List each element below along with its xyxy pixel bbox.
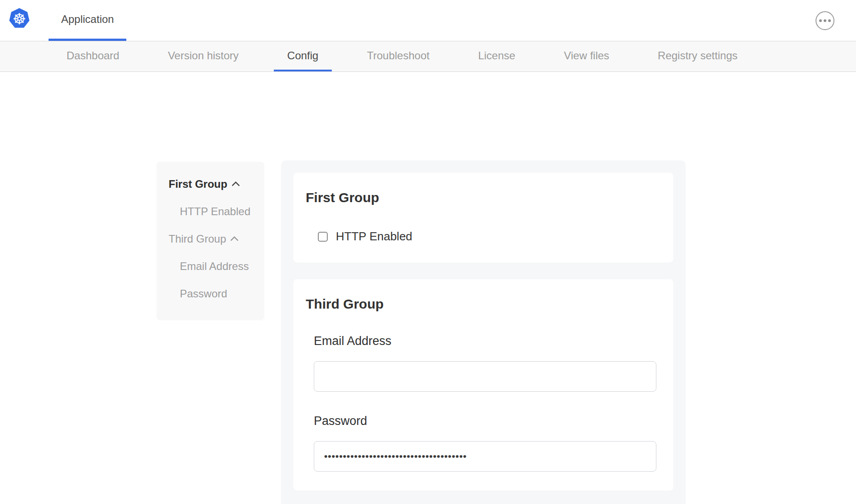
config-group-card-third: Third Group Email Address Password bbox=[293, 279, 673, 491]
config-sidebar: First Group HTTP Enabled Third Group Ema… bbox=[156, 162, 264, 320]
ellipsis-dot-icon bbox=[824, 19, 826, 22]
kubernetes-logo: ☸ bbox=[9, 8, 30, 29]
config-form-panel: First Group HTTP Enabled Third Group Ema… bbox=[281, 160, 686, 504]
tab-license[interactable]: License bbox=[464, 41, 529, 71]
helm-wheel-icon: ☸ bbox=[13, 11, 26, 27]
tab-version-history[interactable]: Version history bbox=[154, 41, 252, 71]
group-title-third: Third Group bbox=[306, 296, 655, 312]
sidebar-item-http-enabled[interactable]: HTTP Enabled bbox=[180, 205, 254, 218]
chevron-up-icon[interactable] bbox=[232, 181, 240, 189]
tab-config[interactable]: Config bbox=[274, 41, 332, 71]
tab-view-files[interactable]: View files bbox=[550, 41, 623, 71]
config-group-card-first: First Group HTTP Enabled bbox=[293, 172, 673, 263]
tab-application[interactable]: Application bbox=[49, 0, 126, 41]
http-enabled-label: HTTP Enabled bbox=[336, 230, 412, 243]
sidebar-group-label: First Group bbox=[169, 178, 227, 190]
email-address-field: Email Address bbox=[314, 334, 655, 392]
group-title-first: First Group bbox=[306, 190, 655, 205]
config-page: First Group HTTP Enabled Third Group Ema… bbox=[0, 72, 856, 504]
sidebar-item-password[interactable]: Password bbox=[180, 287, 254, 300]
kubernetes-heptagon-icon: ☸ bbox=[9, 8, 30, 29]
password-input[interactable] bbox=[314, 441, 656, 472]
tab-troubleshoot[interactable]: Troubleshoot bbox=[353, 41, 443, 71]
overflow-menu-button[interactable] bbox=[816, 11, 834, 30]
email-address-label: Email Address bbox=[314, 334, 655, 348]
sidebar-group-first-group[interactable]: First Group bbox=[169, 178, 254, 190]
top-bar: ☸ Application bbox=[0, 0, 856, 41]
application-tab-label: Application bbox=[61, 13, 114, 26]
sidebar-item-email-address[interactable]: Email Address bbox=[180, 260, 254, 273]
sidebar-group-third-group[interactable]: Third Group bbox=[169, 233, 254, 245]
tab-registry-settings[interactable]: Registry settings bbox=[644, 41, 751, 71]
ellipsis-dot-icon bbox=[828, 19, 831, 22]
email-address-input[interactable] bbox=[314, 361, 656, 392]
http-enabled-field[interactable]: HTTP Enabled bbox=[318, 230, 655, 243]
tab-dashboard[interactable]: Dashboard bbox=[53, 41, 133, 71]
ellipsis-dot-icon bbox=[819, 19, 822, 22]
chevron-up-icon[interactable] bbox=[230, 236, 238, 244]
http-enabled-checkbox[interactable] bbox=[318, 232, 328, 242]
password-field: Password bbox=[314, 414, 655, 472]
password-label: Password bbox=[314, 414, 655, 428]
app-nav: Dashboard Version history Config Trouble… bbox=[0, 41, 856, 72]
sidebar-group-label: Third Group bbox=[169, 233, 226, 245]
